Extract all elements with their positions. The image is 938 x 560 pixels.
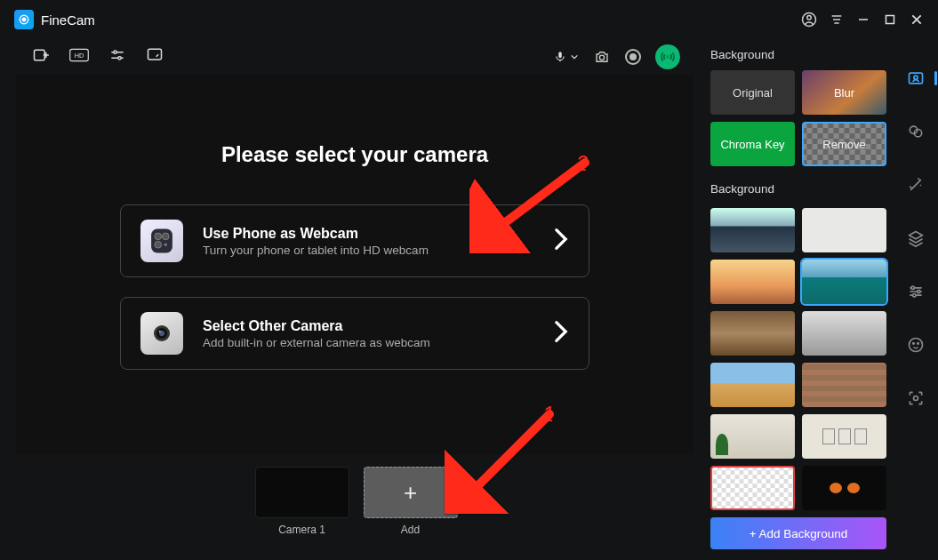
- phone-camera-icon: [140, 220, 183, 262]
- preview-title: Please select your camera: [221, 142, 488, 167]
- svg-point-31: [918, 343, 919, 345]
- panel-heading: Background: [710, 48, 886, 61]
- tab-adjust-icon[interactable]: [907, 283, 925, 304]
- svg-rect-22: [910, 73, 923, 84]
- bg-thumb-halloween[interactable]: [802, 466, 886, 510]
- svg-point-15: [162, 233, 169, 240]
- title-bar: FineCam: [0, 0, 938, 39]
- bg-thumb-desert[interactable]: [710, 363, 795, 407]
- tab-ar-icon[interactable]: [907, 389, 925, 411]
- scene-label: Add: [401, 524, 420, 536]
- bg-thumb-living-room[interactable]: [710, 311, 795, 356]
- bg-thumb-mountain-lake[interactable]: [802, 260, 886, 304]
- bg-thumb-transparent-frame[interactable]: [710, 466, 795, 510]
- option-subtitle: Add built-in or external camera as webca…: [203, 336, 533, 349]
- scene-tray: Camera 1 + Add: [16, 467, 696, 536]
- settings-sliders-icon[interactable]: [108, 46, 126, 68]
- record-button[interactable]: [625, 49, 641, 65]
- preview-area: Please select your camera Use Phone as W…: [16, 75, 693, 454]
- bg-mode-original[interactable]: Original: [710, 70, 795, 115]
- scene-label: Camera 1: [278, 524, 325, 536]
- svg-point-1: [22, 18, 26, 21]
- app-title: FineCam: [41, 12, 95, 28]
- svg-point-30: [913, 343, 915, 345]
- app-logo: [14, 10, 34, 29]
- annotation-label-2: 2: [576, 151, 588, 176]
- svg-point-11: [599, 55, 604, 60]
- annotation-label-1: 1: [542, 402, 554, 427]
- chevron-down-icon: [570, 52, 579, 61]
- bg-thumb-gym[interactable]: [802, 311, 886, 356]
- svg-point-9: [118, 57, 121, 60]
- option-subtitle: Turn your phone or tablet into HD webcam: [203, 244, 533, 257]
- svg-point-16: [155, 241, 162, 248]
- tab-avatar-icon[interactable]: [907, 336, 925, 357]
- menu-icon[interactable]: [830, 12, 844, 27]
- hd-icon[interactable]: HD: [69, 48, 89, 66]
- svg-text:HD: HD: [75, 52, 84, 60]
- microphone-dropdown[interactable]: [554, 49, 579, 65]
- add-background-button[interactable]: + Add Background: [710, 517, 886, 549]
- svg-point-17: [164, 244, 167, 246]
- side-icon-rail: [894, 39, 938, 560]
- svg-point-29: [910, 339, 923, 352]
- option-title: Select Other Camera: [203, 318, 533, 334]
- bg-thumb-eiffel[interactable]: [710, 260, 795, 304]
- svg-point-32: [914, 396, 918, 401]
- svg-point-12: [667, 56, 669, 59]
- bg-mode-chroma-key[interactable]: Chroma Key: [710, 122, 795, 166]
- bg-thumb-frames[interactable]: [802, 414, 886, 459]
- whiteboard-icon[interactable]: [146, 46, 164, 68]
- tab-effects-icon[interactable]: [907, 176, 925, 197]
- use-phone-as-webcam-option[interactable]: Use Phone as Webcam Turn your phone or t…: [120, 204, 589, 277]
- bg-mode-remove[interactable]: Remove: [802, 122, 886, 166]
- chevron-right-icon: [553, 228, 569, 254]
- svg-point-14: [155, 233, 162, 240]
- background-panel: Background Original Blur Chroma Key Remo…: [696, 39, 894, 560]
- svg-point-3: [807, 16, 812, 20]
- account-icon[interactable]: [801, 12, 817, 28]
- add-scene-icon[interactable]: [32, 46, 50, 68]
- option-title: Use Phone as Webcam: [203, 226, 533, 242]
- bg-mode-blur[interactable]: Blur: [802, 70, 886, 115]
- close-button[interactable]: [910, 12, 924, 27]
- panel-heading: Background: [710, 182, 886, 196]
- bg-thumb-plant-room[interactable]: [710, 414, 795, 459]
- svg-rect-5: [35, 50, 45, 60]
- svg-point-27: [918, 290, 920, 292]
- webcam-icon: [140, 312, 183, 355]
- select-other-camera-option[interactable]: Select Other Camera Add built-in or exte…: [120, 297, 589, 370]
- svg-point-28: [913, 294, 916, 297]
- bg-thumb-brick[interactable]: [802, 363, 886, 407]
- svg-rect-4: [886, 16, 894, 24]
- toolbar: HD: [16, 39, 696, 75]
- bg-thumb-office[interactable]: [710, 208, 795, 252]
- svg-rect-10: [148, 49, 162, 60]
- tab-layers-icon[interactable]: [907, 229, 925, 251]
- maximize-button[interactable]: [883, 12, 897, 27]
- svg-point-8: [114, 51, 116, 53]
- add-scene-button[interactable]: +: [364, 467, 458, 518]
- tab-overlay-icon[interactable]: [907, 123, 925, 144]
- broadcast-button[interactable]: [655, 44, 680, 69]
- minimize-button[interactable]: [856, 12, 870, 27]
- tab-background-icon[interactable]: [907, 69, 925, 91]
- scene-camera-1[interactable]: [255, 467, 349, 518]
- svg-rect-13: [151, 228, 172, 252]
- svg-point-21: [159, 331, 161, 332]
- svg-point-23: [914, 76, 918, 79]
- bg-thumb-texture-white[interactable]: [802, 208, 886, 252]
- svg-point-26: [911, 286, 914, 289]
- snapshot-icon[interactable]: [593, 49, 611, 65]
- chevron-right-icon: [553, 320, 569, 347]
